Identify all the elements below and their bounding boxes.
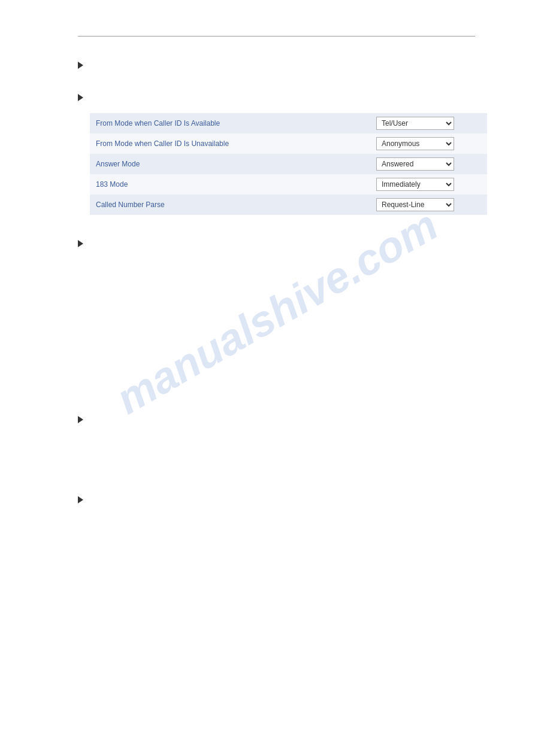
row-control-from-mode-unavailable: Anonymous User Tel — [370, 133, 487, 154]
top-divider — [78, 36, 475, 37]
row-label-answer-mode: Answer Mode — [90, 154, 370, 174]
row-label-from-mode-available: From Mode when Caller ID Is Available — [90, 113, 370, 133]
183-mode-select[interactable]: Immediately On Answer Never — [376, 178, 454, 191]
section-5-header — [78, 495, 475, 503]
section-2: From Mode when Caller ID Is Available Te… — [78, 93, 475, 215]
triangle-icon-5 — [78, 496, 83, 503]
table-row: Called Number Parse Request-Line To Head… — [90, 195, 487, 215]
row-label-from-mode-unavailable: From Mode when Caller ID Is Unavailable — [90, 133, 370, 154]
triangle-icon-3 — [78, 240, 83, 247]
page-container: From Mode when Caller ID Is Available Te… — [0, 0, 535, 756]
row-label-called-number-parse: Called Number Parse — [90, 195, 370, 215]
section-5 — [78, 495, 475, 503]
from-mode-available-select[interactable]: Tel/User User Tel — [376, 117, 454, 130]
table-row: 183 Mode Immediately On Answer Never — [90, 174, 487, 195]
watermark: manualshive.com — [108, 200, 446, 423]
section-1-header — [78, 60, 475, 69]
called-number-parse-select[interactable]: Request-Line To Header PAI Header — [376, 198, 454, 211]
section-2-header — [78, 93, 475, 101]
row-control-183-mode: Immediately On Answer Never — [370, 174, 487, 195]
triangle-icon-2 — [78, 94, 83, 101]
row-control-answer-mode: Answered Ringing Progress — [370, 154, 487, 174]
settings-form-table: From Mode when Caller ID Is Available Te… — [90, 113, 487, 215]
table-row: Answer Mode Answered Ringing Progress — [90, 154, 487, 174]
section-3-header — [78, 239, 475, 247]
section-3 — [78, 239, 475, 247]
section-1 — [78, 60, 475, 69]
row-label-183-mode: 183 Mode — [90, 174, 370, 195]
answer-mode-select[interactable]: Answered Ringing Progress — [376, 157, 454, 171]
section-4-header — [78, 415, 475, 423]
section-4 — [78, 415, 475, 423]
triangle-icon-4 — [78, 416, 83, 423]
table-row: From Mode when Caller ID Is Unavailable … — [90, 133, 487, 154]
row-control-from-mode-available: Tel/User User Tel — [370, 113, 487, 133]
table-row: From Mode when Caller ID Is Available Te… — [90, 113, 487, 133]
row-control-called-number-parse: Request-Line To Header PAI Header — [370, 195, 487, 215]
from-mode-unavailable-select[interactable]: Anonymous User Tel — [376, 137, 454, 150]
triangle-icon-1 — [78, 62, 83, 69]
